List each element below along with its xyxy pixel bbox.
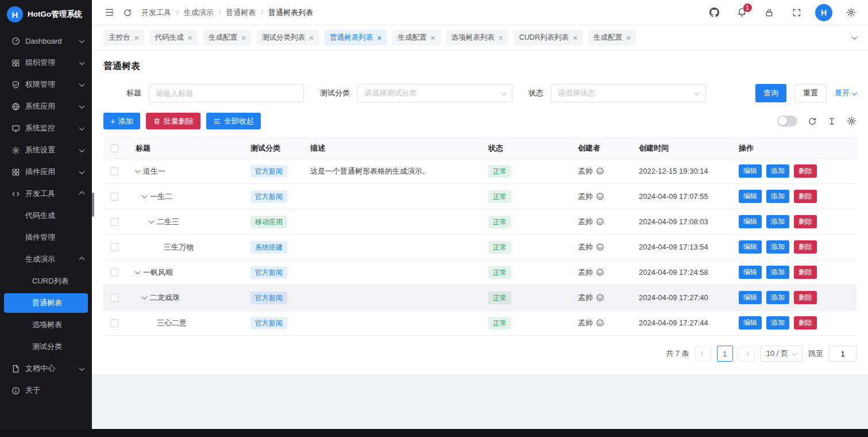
status-filter-select[interactable]: 请选择状态 [551, 84, 706, 102]
sidebar-item-2[interactable]: 权限管理 [0, 74, 92, 95]
notifications-button[interactable]: 1 [732, 3, 751, 22]
tab-close-icon[interactable]: × [377, 34, 381, 42]
edit-button[interactable]: 编辑 [739, 190, 762, 203]
reset-button[interactable]: 重置 [794, 84, 827, 102]
delete-button[interactable]: 删除 [794, 291, 817, 304]
expand-toggle-icon[interactable] [142, 193, 148, 198]
tab-item-8[interactable]: 生成配置× [588, 30, 636, 45]
row-checkbox[interactable] [110, 218, 118, 226]
tab-item-1[interactable]: 代码生成× [150, 30, 198, 45]
settings-button[interactable] [842, 3, 860, 22]
sidebar-item-6[interactable]: 插件应用 [0, 161, 92, 183]
fullscreen-button[interactable] [788, 3, 806, 22]
add-row-button[interactable]: 添加 [766, 316, 789, 329]
sidebar-item-12[interactable]: 普通树表 [4, 293, 88, 313]
batch-delete-button[interactable]: 批量删除 [146, 113, 200, 129]
table-refresh-icon[interactable] [808, 117, 817, 126]
sidebar-item-9[interactable]: 插件管理 [0, 227, 92, 248]
category-filter-select[interactable]: 请选择测试分类 [357, 84, 512, 102]
expand-toggle-icon[interactable] [142, 294, 148, 300]
sidebar-item-14[interactable]: 测试分类 [0, 336, 92, 358]
edit-button[interactable]: 编辑 [739, 240, 762, 254]
lock-screen-button[interactable] [760, 3, 778, 22]
tab-item-4[interactable]: 普通树表列表× [325, 30, 387, 45]
sidebar-collapse-button[interactable] [100, 3, 118, 22]
tab-close-icon[interactable]: × [134, 34, 139, 42]
add-row-button[interactable]: 添加 [766, 215, 789, 228]
add-button[interactable]: +添加 [103, 113, 140, 129]
page-size-select[interactable]: 10 / 页 [761, 346, 803, 362]
row-checkbox[interactable] [110, 319, 118, 327]
sidebar-item-15[interactable]: 文档中心 [0, 358, 92, 379]
delete-button[interactable]: 删除 [794, 266, 817, 279]
add-row-button[interactable]: 添加 [766, 291, 789, 304]
edit-button[interactable]: 编辑 [739, 316, 762, 329]
tab-close-icon[interactable]: × [430, 34, 435, 42]
sidebar-item-11[interactable]: CURD列表 [0, 270, 92, 292]
breadcrumb-item[interactable]: 生成演示 [184, 7, 214, 18]
breadcrumb-item[interactable]: 开发工具 [141, 7, 171, 18]
delete-button[interactable]: 删除 [794, 240, 817, 254]
sidebar-item-4[interactable]: 系统监控 [0, 117, 92, 139]
tab-close-icon[interactable]: × [309, 34, 314, 42]
collapse-all-button[interactable]: 全部收起 [206, 113, 261, 129]
table-settings-icon[interactable] [847, 116, 857, 126]
row-checkbox[interactable] [110, 167, 118, 175]
github-button[interactable] [705, 3, 723, 22]
edit-button[interactable]: 编辑 [739, 266, 762, 279]
edit-button[interactable]: 编辑 [739, 291, 762, 304]
row-checkbox[interactable] [110, 193, 118, 201]
delete-button[interactable]: 删除 [794, 316, 817, 329]
tab-item-6[interactable]: 选项树表列表× [446, 30, 508, 45]
row-checkbox[interactable] [110, 269, 118, 277]
next-page-button[interactable] [739, 346, 755, 362]
sidebar-item-1[interactable]: 组织管理 [0, 52, 92, 74]
sidebar-item-8[interactable]: 代码生成 [0, 205, 92, 227]
user-avatar[interactable]: H [815, 4, 832, 21]
tab-item-7[interactable]: CUDR列表列表× [514, 30, 582, 45]
tabs-menu-button[interactable] [849, 32, 860, 43]
edit-button[interactable]: 编辑 [739, 164, 762, 178]
sidebar-item-0[interactable]: Dashboard [0, 30, 92, 52]
title-filter-input[interactable] [149, 84, 304, 102]
breadcrumb-item[interactable]: 普通树表列表 [268, 7, 313, 18]
breadcrumb-item[interactable]: 普通树表 [226, 7, 256, 18]
add-row-button[interactable]: 添加 [766, 240, 789, 254]
refresh-page-button[interactable] [118, 3, 137, 22]
expand-toggle-icon[interactable] [135, 269, 141, 274]
tab-item-3[interactable]: 测试分类列表× [257, 30, 319, 45]
add-row-button[interactable]: 添加 [766, 164, 789, 178]
select-all-checkbox[interactable] [110, 144, 118, 152]
scrollbar-thumb[interactable] [92, 193, 94, 217]
column-height-icon[interactable] [827, 117, 836, 126]
tab-close-icon[interactable]: × [499, 34, 503, 42]
app-logo[interactable]: H HotGo管理系统 [0, 0, 92, 29]
expand-toggle-icon[interactable] [149, 218, 155, 224]
expand-filters-button[interactable]: 展开 [835, 88, 857, 98]
delete-button[interactable]: 删除 [794, 190, 817, 203]
sidebar-item-7[interactable]: 开发工具 [0, 183, 92, 205]
row-checkbox[interactable] [110, 243, 118, 251]
expand-toggle-icon[interactable] [135, 167, 141, 173]
delete-button[interactable]: 删除 [794, 215, 817, 228]
row-checkbox[interactable] [110, 294, 118, 302]
jump-page-input[interactable] [829, 346, 857, 362]
striped-toggle[interactable] [777, 116, 797, 126]
tab-close-icon[interactable]: × [626, 34, 631, 42]
tab-item-5[interactable]: 生成配置× [392, 30, 440, 45]
tab-item-0[interactable]: 主控台× [103, 30, 144, 45]
search-button[interactable]: 查询 [755, 84, 786, 102]
sidebar-item-16[interactable]: 关于 [0, 379, 92, 401]
tab-close-icon[interactable]: × [188, 34, 192, 42]
tab-item-2[interactable]: 生成配置× [203, 30, 251, 45]
prev-page-button[interactable] [695, 346, 711, 362]
page-1-button[interactable]: 1 [717, 346, 733, 362]
edit-button[interactable]: 编辑 [739, 215, 762, 228]
sidebar-item-5[interactable]: 系统设置 [0, 139, 92, 161]
tab-close-icon[interactable]: × [241, 34, 246, 42]
sidebar-item-13[interactable]: 选项树表 [0, 314, 92, 336]
add-row-button[interactable]: 添加 [766, 190, 789, 203]
delete-button[interactable]: 删除 [794, 164, 817, 178]
tab-close-icon[interactable]: × [573, 34, 577, 42]
sidebar-item-10[interactable]: 生成演示 [0, 248, 92, 270]
